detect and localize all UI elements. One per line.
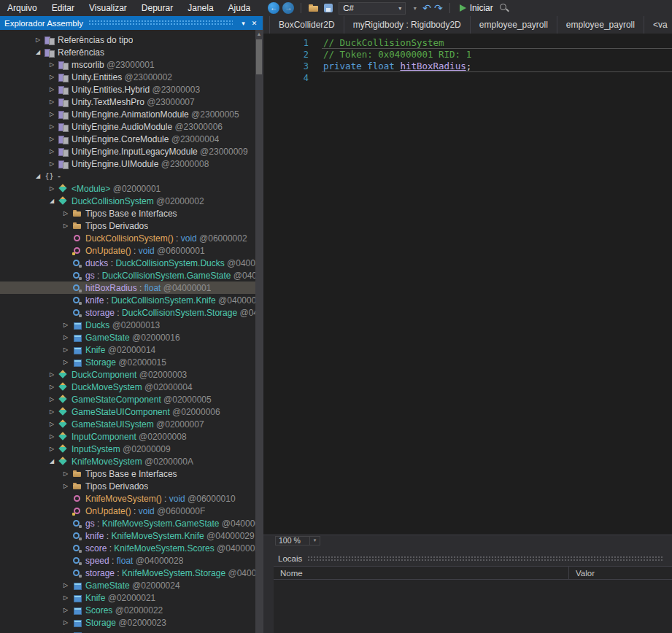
close-icon[interactable]: ✕ xyxy=(249,20,260,27)
expander-expanded-icon[interactable]: ◢ xyxy=(32,49,44,55)
locals-grid-body[interactable] xyxy=(274,580,672,633)
tab-va[interactable]: <va xyxy=(644,16,672,34)
expander-collapsed-icon[interactable]: ▷ xyxy=(46,111,58,117)
expander-collapsed-icon[interactable]: ▷ xyxy=(46,136,58,142)
tree-item[interactable]: ◢Referências xyxy=(0,46,255,58)
code-line[interactable]: 1// DuckCollisionSystem xyxy=(263,37,672,49)
tree-item[interactable]: ▷UnityEngine.AnimationModule @23000005 xyxy=(0,108,255,120)
open-file-icon[interactable] xyxy=(308,2,320,14)
tree-item[interactable]: ▷GameStateComponent @02000005 xyxy=(0,393,255,405)
tree-item[interactable]: ducks : DuckCollisionSystem.Ducks @04000 xyxy=(0,257,255,269)
tab-myrigidbody-rigidbody2d[interactable]: myRigidbody : Rigidbody2D xyxy=(344,16,471,34)
expander-collapsed-icon[interactable]: ▷ xyxy=(60,470,72,477)
code-line[interactable]: 3private float hitBoxRadius; xyxy=(263,61,672,72)
menu-item-arquivo[interactable]: Arquivo xyxy=(0,0,45,16)
tree-item[interactable]: ▷InputSystem @02000009 xyxy=(0,443,255,455)
tree-item[interactable]: knife : DuckCollisionSystem.Knife @04000… xyxy=(0,294,255,306)
tree-item[interactable]: ▷DuckMoveSystem @02000004 xyxy=(0,381,255,393)
tree-item[interactable]: ▷Tipos Base e Interfaces xyxy=(0,467,255,480)
menu-item-visualizar[interactable]: Visualizar xyxy=(82,0,134,16)
tree-item[interactable]: ▷Unity.Entities @23000002 xyxy=(0,71,255,83)
expander-collapsed-icon[interactable]: ▷ xyxy=(60,222,72,229)
expander-expanded-icon[interactable]: ◢ xyxy=(46,198,58,204)
menu-item-editar[interactable]: Editar xyxy=(45,0,82,16)
menu-item-depurar[interactable]: Depurar xyxy=(134,0,180,16)
start-debug-button[interactable]: Iniciar xyxy=(457,3,496,13)
expander-collapsed-icon[interactable]: ▷ xyxy=(46,408,58,415)
tree-item[interactable]: ▷GameStateUIComponent @02000006 xyxy=(0,405,255,418)
assembly-explorer-header[interactable]: Explorador Assembly ▾ ✕ xyxy=(0,16,263,30)
tree-item[interactable]: ▷Unity.TextMeshPro @23000007 xyxy=(0,96,255,108)
navigate-forward-icon[interactable]: → xyxy=(282,2,294,14)
undo-icon[interactable]: ↶ xyxy=(422,2,431,14)
expander-expanded-icon[interactable]: ◢ xyxy=(32,173,44,179)
tree-item[interactable]: ◢DuckCollisionSystem @02000002 xyxy=(0,195,255,207)
editor-hscrollbar[interactable] xyxy=(320,536,672,545)
tree-item[interactable]: speed : float @04000028 xyxy=(0,554,255,567)
tree-item[interactable]: gs : DuckCollisionSystem.GameState @0400 xyxy=(0,269,255,281)
code-line[interactable]: 2// Token: 0x04000001 RID: 1 xyxy=(263,49,672,61)
tree-item[interactable]: knife : KnifeMoveSystem.Knife @04000029 xyxy=(0,529,255,542)
expander-collapsed-icon[interactable]: ▷ xyxy=(46,384,58,390)
tree-item[interactable]: ▷Knife @02000021 xyxy=(0,591,255,604)
search-icon[interactable] xyxy=(499,2,511,14)
tree-item[interactable]: ◢KnifeMoveSystem @0200000A xyxy=(0,455,255,467)
tree-item[interactable]: ▷Tipos Base e Interfaces xyxy=(0,207,255,220)
zoom-caret-button[interactable]: ▾ xyxy=(310,536,320,545)
expander-collapsed-icon[interactable]: ▷ xyxy=(60,359,72,365)
tree-item[interactable]: ▷GameState @02000016 xyxy=(0,331,255,343)
tree-item[interactable]: ▷Unity.Entities.Hybrid @23000003 xyxy=(0,83,255,96)
menu-item-janela[interactable]: Janela xyxy=(180,0,220,16)
expander-collapsed-icon[interactable]: ▷ xyxy=(46,185,58,192)
tree-item[interactable]: hitBoxRadius : float @04000001 xyxy=(0,281,255,294)
expander-collapsed-icon[interactable]: ▷ xyxy=(46,396,58,403)
tree-item[interactable]: gs : KnifeMoveSystem.GameState @0400002 xyxy=(0,517,255,529)
expander-collapsed-icon[interactable]: ▷ xyxy=(60,210,72,217)
tree-item[interactable]: ▷UnityEngine.AudioModule @23000006 xyxy=(0,120,255,133)
save-module-icon[interactable] xyxy=(323,2,334,14)
locals-header[interactable]: Locais xyxy=(274,551,672,566)
tree-item[interactable]: ▷DuckComponent @02000003 xyxy=(0,368,255,381)
expander-collapsed-icon[interactable]: ▷ xyxy=(60,322,72,328)
tree-item[interactable]: ▷mscorlib @23000001 xyxy=(0,58,255,71)
tree-item[interactable]: ◢{}- xyxy=(0,170,255,182)
column-header-valor[interactable]: Valor xyxy=(569,567,672,579)
tree-item[interactable]: ▷UnityEngine.UIModule @23000008 xyxy=(0,158,255,170)
expander-collapsed-icon[interactable]: ▷ xyxy=(46,446,58,452)
tree-item[interactable]: ▷Tipos Derivados xyxy=(0,480,255,492)
expander-collapsed-icon[interactable]: ▷ xyxy=(60,346,72,353)
tree-item[interactable]: ▷<Module> @02000001 xyxy=(0,182,255,195)
expander-collapsed-icon[interactable]: ▷ xyxy=(60,594,72,601)
expander-collapsed-icon[interactable]: ▷ xyxy=(32,36,44,43)
language-select[interactable]: C# ▾ xyxy=(339,2,406,15)
expander-collapsed-icon[interactable]: ▷ xyxy=(46,61,58,68)
expander-collapsed-icon[interactable]: ▷ xyxy=(46,433,58,440)
tree-item[interactable]: ▷UnityEngine.InputLegacyModule @23000009 xyxy=(0,145,255,158)
expander-collapsed-icon[interactable]: ▷ xyxy=(46,86,58,93)
tree-item[interactable]: ▷ xyxy=(0,629,255,633)
expander-collapsed-icon[interactable]: ▷ xyxy=(60,582,72,589)
tree-item[interactable]: ▷Ducks @02000013 xyxy=(0,319,255,331)
tree-item[interactable]: OnUpdate() : void @06000001 xyxy=(0,244,255,257)
expander-collapsed-icon[interactable]: ▷ xyxy=(60,607,72,613)
tree-item[interactable]: ▷Storage @02000015 xyxy=(0,356,255,368)
expander-collapsed-icon[interactable]: ▷ xyxy=(46,74,58,80)
scrollbar-up-icon[interactable]: ▲ xyxy=(255,30,263,39)
language-options-button[interactable]: ▾ xyxy=(410,2,420,15)
expander-collapsed-icon[interactable]: ▷ xyxy=(46,148,58,155)
expander-expanded-icon[interactable]: ◢ xyxy=(46,458,58,465)
tree-item[interactable]: score : KnifeMoveSystem.Scores @0400002A xyxy=(0,542,255,554)
tab-employee-payroll[interactable]: employee_payroll xyxy=(557,16,644,34)
tree-item[interactable]: storage : DuckCollisionSystem.Storage @0… xyxy=(0,306,255,319)
tree-item[interactable]: ▷InputComponent @02000008 xyxy=(0,430,255,443)
expander-collapsed-icon[interactable]: ▷ xyxy=(46,160,58,167)
tree-item[interactable]: storage : KnifeMoveSystem.Storage @04000 xyxy=(0,567,255,579)
tree-item[interactable]: OnUpdate() : void @0600000F xyxy=(0,505,255,517)
panel-splitter[interactable] xyxy=(263,545,672,551)
expander-collapsed-icon[interactable]: ▷ xyxy=(60,483,72,489)
tree-item[interactable]: ▷GameState @02000024 xyxy=(0,579,255,591)
tree-item[interactable]: ▷Referências do tipo xyxy=(0,34,255,46)
tree-item[interactable]: ▷Knife @02000014 xyxy=(0,343,255,356)
column-header-nome[interactable]: Nome xyxy=(274,567,569,579)
tree-item[interactable]: ▷Scores @02000022 xyxy=(0,604,255,616)
